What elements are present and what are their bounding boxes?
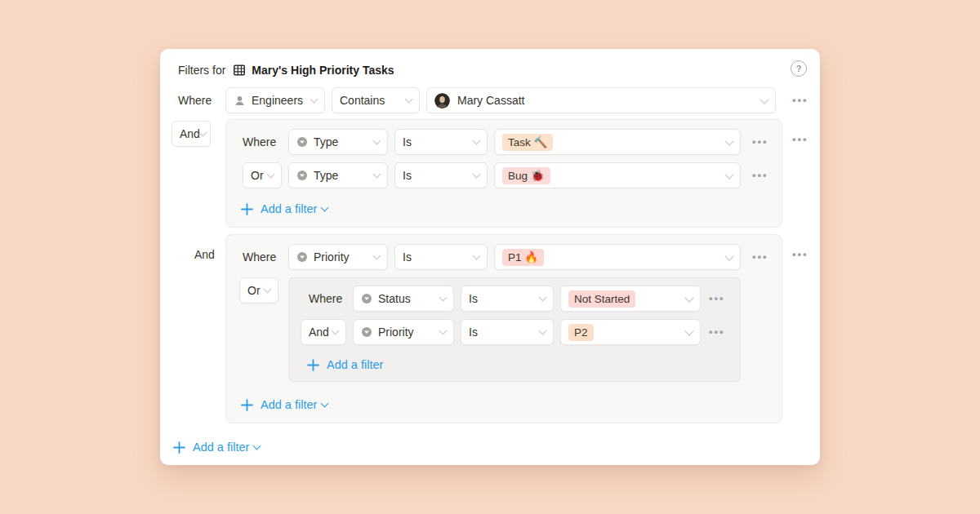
add-filter-label: Add a filter [327,358,383,371]
add-filter-button[interactable]: Add a filter [241,397,327,413]
select-property-icon [296,170,308,181]
value-tag: Task 🔨 [502,134,553,151]
property-dropdown[interactable]: Priority [353,319,454,345]
filter-group-2: Where Priority Is P1 🔥 ••• [225,234,782,423]
value-tag: P1 🔥 [502,249,544,266]
operator-dropdown[interactable]: Is [461,319,554,345]
group-menu-button[interactable]: ••• [792,241,810,268]
operator-dropdown[interactable]: Is [461,286,554,312]
connector-label: Where [243,135,288,148]
filter-group-1: Where Type Is Task 🔨 ••• [225,119,782,228]
connector-label: Where [178,94,219,107]
filter-rule: Or Type Is Bug 🐞 •• [243,162,768,188]
connector-label: And [180,127,200,140]
filters-for-label: Filters for [178,64,225,77]
operator-dropdown[interactable]: Is [394,129,488,155]
person-property-icon [234,95,246,107]
chevron-down-icon [724,136,733,145]
value-dropdown[interactable]: Bug 🐞 [494,162,741,188]
operator-label: Is [469,292,478,305]
help-icon[interactable]: ? [791,60,807,77]
chevron-down-icon [684,293,693,302]
add-filter-button[interactable]: Add a filter [241,201,327,217]
page-background: Filters for Mary's High Priority Tasks ?… [0,0,980,514]
operator-label: Is [469,326,478,339]
plus-icon [241,399,253,411]
property-label: Type [314,135,338,148]
property-label: Type [314,169,338,182]
connector-label: And [309,326,329,339]
filter-rule: Where Type Is Task 🔨 ••• [243,129,768,155]
connector-label: Or [251,169,264,182]
group-connector-label: And [194,248,215,261]
value-dropdown[interactable]: Mary Cassatt [426,87,776,113]
chevron-down-icon [373,252,381,260]
add-filter-label: Add a filter [261,398,317,411]
rule-menu-button[interactable]: ••• [792,87,808,113]
filters-panel: Filters for Mary's High Priority Tasks ?… [160,49,820,465]
value-label: Mary Cassatt [457,94,524,107]
chevron-down-icon [198,129,207,137]
add-filter-label: Add a filter [193,441,249,454]
group-connector-dropdown[interactable]: And [172,121,211,147]
panel-header: Filters for Mary's High Priority Tasks [178,61,394,79]
connector-label: Or [247,284,261,297]
chevron-down-icon [439,294,448,302]
property-label: Priority [314,250,350,264]
operator-label: Is [403,135,412,148]
add-filter-label: Add a filter [261,202,317,215]
chevron-down-icon [321,204,329,212]
chevron-down-icon [473,171,481,179]
property-dropdown[interactable]: Type [288,129,388,155]
add-filter-button[interactable]: Add a filter [307,357,383,373]
rule-menu-button[interactable]: ••• [752,129,768,155]
plus-icon [307,359,319,371]
value-tag: Bug 🐞 [502,167,550,184]
select-property-icon [361,293,372,304]
chevron-down-icon [724,170,733,179]
value-tag: Not Started [568,290,635,308]
connector-label: Where [301,292,346,305]
value-dropdown[interactable]: Not Started [560,286,701,312]
rule-menu-button[interactable]: ••• [709,286,725,312]
property-dropdown[interactable]: Engineers [225,87,325,113]
operator-dropdown[interactable]: Is [394,244,488,270]
connector-label: Where [243,250,288,264]
plus-icon [241,203,253,215]
operator-dropdown[interactable]: Is [394,162,488,188]
property-dropdown[interactable]: Status [353,286,454,312]
property-dropdown[interactable]: Type [288,162,388,188]
value-dropdown[interactable]: P2 [560,319,701,345]
table-icon [233,64,246,77]
connector-dropdown[interactable]: Or [243,162,282,188]
select-property-icon [296,251,308,263]
top-filter-rule: Where Engineers Contains Mary Cassatt ••… [178,87,808,113]
value-dropdown[interactable]: P1 🔥 [494,244,741,270]
rule-menu-button[interactable]: ••• [709,319,725,345]
connector-dropdown[interactable]: And [301,319,346,345]
chevron-down-icon [373,137,381,145]
plus-icon [173,441,185,454]
property-label: Priority [378,326,414,339]
chevron-down-icon [267,171,275,179]
chevron-down-icon [684,326,693,335]
chevron-down-icon [473,252,481,260]
chevron-down-icon [439,327,448,335]
rule-menu-button[interactable]: ••• [752,244,768,270]
operator-label: Contains [340,94,385,107]
rule-menu-button[interactable]: ••• [752,162,768,188]
database-title: Mary's High Priority Tasks [252,64,394,77]
property-dropdown[interactable]: Priority [288,244,388,270]
subgroup-connector-dropdown[interactable]: Or [239,277,278,304]
chevron-down-icon [310,95,318,104]
group-menu-button[interactable]: ••• [792,126,810,153]
value-dropdown[interactable]: Task 🔨 [494,129,741,155]
chevron-down-icon [539,327,547,335]
operator-dropdown[interactable]: Contains [332,87,420,113]
filter-rule: And Priority Is P2 [301,319,725,345]
add-filter-button[interactable]: Add a filter [173,439,260,455]
select-property-icon [361,326,372,338]
chevron-down-icon [373,171,381,179]
filter-rule: Where Priority Is P1 🔥 ••• [243,244,768,270]
chevron-down-icon [264,286,272,294]
